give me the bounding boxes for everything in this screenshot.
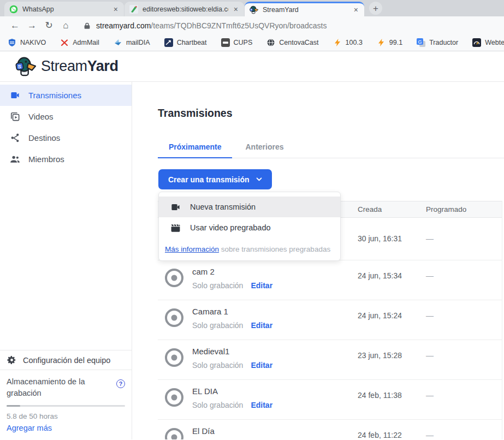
sidebar-item-destinos[interactable]: Destinos	[0, 127, 132, 148]
broadcast-type: Solo grabación	[192, 361, 243, 370]
sidebar: Transmisiones Videos Destinos Miembros C…	[0, 82, 132, 439]
scheduled-cell: —	[426, 271, 434, 280]
dropdown-item[interactable]: Usar video pregrabado	[159, 217, 340, 238]
broadcast-type: Solo grabación	[192, 321, 243, 330]
whatsapp-icon	[9, 5, 18, 14]
home-icon[interactable]: ⌂	[57, 20, 74, 31]
bookmark-item[interactable]: 100.3	[333, 38, 363, 47]
chartbeat-icon	[164, 38, 173, 47]
team-settings-button[interactable]: Configuración del equipo	[0, 350, 132, 370]
bookmark-label: NAKIVO	[20, 39, 46, 46]
globe-icon	[266, 38, 275, 47]
new-tab-button[interactable]: +	[369, 2, 382, 15]
edit-link[interactable]: Editar	[251, 361, 272, 370]
more-info-rest: sobre transmisiones pregrabadas	[219, 245, 330, 253]
close-icon[interactable]: ×	[353, 5, 359, 14]
address-bar[interactable]: streamyard.com/teams/TQDhBC9ZNTmft6z5UsQ…	[96, 21, 327, 30]
sidebar-item-label: Miembros	[28, 154, 64, 164]
more-info-link[interactable]: Más información	[165, 245, 219, 253]
bookmark-item[interactable]: CentovaCast	[266, 38, 318, 47]
browser-tab-title: StreamYard	[263, 6, 348, 14]
bookmark-item[interactable]: CUPS	[221, 38, 253, 47]
add-more-link[interactable]: Agregar más	[7, 424, 52, 432]
bookmark-item[interactable]: NAKIVO	[8, 38, 46, 47]
broadcast-cell: EL DIA Solo grabación Editar	[192, 380, 358, 409]
close-icon[interactable]: ×	[112, 5, 119, 14]
table-row[interactable]: Medieval1 Solo grabación Editar 23 jun, …	[158, 340, 502, 380]
browser-tab-title: editoresweb:sitioweb:eldia.co	[143, 5, 228, 13]
bookmarks-bar: NAKIVO AdmMail mailDIA Chartbeat CUPS Ce…	[0, 34, 504, 51]
column-header-programado: Programado	[426, 205, 466, 213]
bookmark-label: CUPS	[234, 39, 253, 46]
bookmark-item[interactable]: Chartbeat	[164, 38, 207, 47]
brand-name: StreamYard	[41, 58, 118, 75]
bolt-icon	[333, 38, 342, 47]
svg-text:G: G	[418, 39, 422, 45]
table-row[interactable]: EL DIA Solo grabación Editar 24 feb, 11:…	[158, 380, 502, 420]
help-icon[interactable]: ?	[116, 379, 125, 388]
scheduled-cell: —	[426, 351, 434, 360]
gauge-icon	[472, 38, 481, 47]
created-cell: 24 jun, 15:24	[358, 311, 426, 320]
webpage-icon	[129, 5, 138, 14]
reload-icon[interactable]: ↻	[40, 20, 57, 31]
create-broadcast-button[interactable]: Crear una transmisión	[158, 169, 272, 189]
app-header: S StreamYard	[0, 51, 504, 82]
storage-progress-fill	[7, 405, 20, 407]
sidebar-bottom: Configuración del equipo Almacenamiento …	[0, 350, 132, 439]
record-icon	[165, 308, 183, 327]
table-row[interactable]: Camara 1 Solo grabación Editar 24 jun, 1…	[158, 300, 502, 340]
brand-bold: Yard	[87, 58, 118, 74]
record-icon	[165, 348, 183, 367]
bookmark-item[interactable]: AdmMail	[60, 38, 99, 47]
video-camera-icon	[170, 202, 181, 212]
close-icon[interactable]: ×	[233, 5, 239, 14]
dove-icon	[114, 38, 122, 47]
tab-proximamente[interactable]: Próximamente	[158, 136, 232, 158]
bookmark-item[interactable]: Webtest	[472, 38, 504, 47]
shield-icon	[8, 38, 16, 47]
back-icon[interactable]: ←	[7, 20, 23, 31]
dropdown-item[interactable]: Nueva transmisión	[159, 197, 340, 217]
storage-panel: Almacenamiento de la grabación ? 5.8 de …	[0, 370, 132, 439]
chevron-down-icon	[256, 177, 262, 181]
broadcast-cell: El Día Solo grabación Editar	[192, 420, 358, 439]
translate-icon: G	[417, 38, 425, 47]
broadcast-cell: Camara 1 Solo grabación Editar	[192, 300, 358, 330]
sidebar-item-transmisiones[interactable]: Transmisiones	[0, 85, 132, 106]
browser-toolbar: ← → ↻ ⌂ streamyard.com/teams/TQDhBC9ZNTm…	[0, 16, 504, 34]
sidebar-item-videos[interactable]: Videos	[0, 106, 132, 127]
videos-icon	[10, 111, 20, 122]
bookmark-label: Webtest	[485, 39, 504, 46]
edit-link[interactable]: Editar	[251, 321, 272, 330]
dropdown-items: Nueva transmisión Usar video pregrabado	[159, 197, 340, 238]
content-tabs: Próximamente Anteriores	[158, 136, 504, 158]
browser-tab[interactable]: WhatsApp ×	[4, 2, 124, 16]
table-row[interactable]: El Día Solo grabación Editar 24 feb, 11:…	[158, 420, 502, 439]
streamyard-logo-icon: S	[15, 56, 36, 77]
sidebar-item-label: Videos	[28, 112, 54, 121]
svg-text:S: S	[251, 8, 252, 11]
bookmark-item[interactable]: mailDIA	[114, 38, 150, 47]
edit-link[interactable]: Editar	[251, 281, 272, 290]
sidebar-item-label: Destinos	[28, 133, 60, 142]
browser-tab[interactable]: editoresweb:sitioweb:eldia.co ×	[124, 2, 244, 16]
browser-tab-strip: WhatsApp × editoresweb:sitioweb:eldia.co…	[0, 0, 504, 16]
url-domain: streamyard.com	[96, 21, 151, 30]
edit-link[interactable]: Editar	[251, 401, 272, 409]
create-dropdown-menu: Nueva transmisión Usar video pregrabado …	[158, 192, 341, 261]
table-row[interactable]: cam 2 Solo grabación Editar 24 jun, 15:3…	[158, 260, 502, 300]
lock-icon[interactable]	[84, 22, 91, 29]
tab-anteriores[interactable]: Anteriores	[234, 136, 294, 158]
broadcast-type: Solo grabación	[192, 281, 243, 290]
main-content: Transmisiones Próximamente Anteriores Cr…	[132, 82, 504, 439]
sidebar-item-miembros[interactable]: Miembros	[0, 148, 132, 170]
bookmark-item[interactable]: 99.1	[377, 38, 402, 47]
mail-x-icon	[60, 38, 69, 47]
bookmark-label: AdmMail	[73, 39, 99, 46]
bookmark-item[interactable]: G Traductor	[417, 38, 458, 47]
bolt-icon	[377, 38, 386, 47]
forward-icon[interactable]: →	[23, 20, 40, 31]
broadcast-subtitle-row: Solo grabación Editar	[192, 401, 358, 409]
browser-tab[interactable]: S StreamYard ×	[245, 2, 364, 16]
